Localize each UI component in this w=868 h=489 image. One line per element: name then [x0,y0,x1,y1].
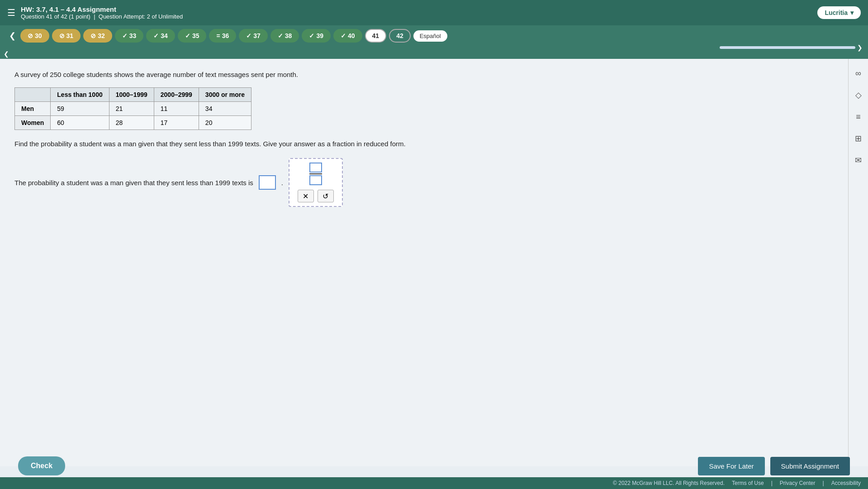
footer: © 2022 McGraw Hill LLC. All Rights Reser… [0,477,868,489]
footer-terms-link[interactable]: Terms of Use [732,480,764,486]
question-area: A survey of 250 college students shows t… [0,59,848,466]
nav-label-39: 39 [316,32,323,39]
nav-item-30[interactable]: ⊘ 30 [20,29,49,43]
list-tool[interactable]: ≡ [851,110,866,124]
fraction-divider [309,173,322,174]
grid-tool[interactable]: ⊞ [851,131,866,146]
table-cell-women-1000: 28 [109,115,154,129]
nav-item-38[interactable]: ✓ 38 [270,29,299,43]
save-for-later-button[interactable]: Save For Later [698,457,764,475]
question-info: Question 41 of 42 (1 point) | Question A… [21,13,183,20]
table-header-blank [15,87,51,101]
table-cell-women-2000: 17 [154,115,199,129]
footer-accessibility-link[interactable]: Accessibility [831,480,861,486]
nav-icon-30: ⊘ [28,32,33,39]
nav-item-39[interactable]: ✓ 39 [302,29,331,43]
collapse-arrow-icon[interactable]: ❮ [4,50,9,58]
footer-copyright: © 2022 McGraw Hill LLC. All Rights Reser… [613,480,725,486]
fraction-actions: ✕ ↺ [298,190,334,202]
nav-icon-39: ✓ [309,32,314,39]
table-cell-men-3000: 34 [199,101,251,115]
nav-bar: ❮ ⊘ 30 ⊘ 31 ⊘ 32 ✓ 33 ✓ 34 ✓ 35 = 36 ✓ 3… [0,25,868,46]
nav-item-35[interactable]: ✓ 35 [178,29,207,43]
close-icon: ✕ [303,192,308,201]
table-header-3000more: 3000 or more [199,87,251,101]
side-tools: ∞ ◇ ≡ ⊞ ✉ [848,59,868,466]
table-row-men: Men 59 21 11 34 [15,101,251,115]
nav-item-33[interactable]: ✓ 33 [115,29,144,43]
nav-icon-33: ✓ [122,32,128,39]
fraction-denominator-input[interactable] [309,175,322,185]
answer-input[interactable] [259,175,276,190]
nav-label-38: 38 [285,32,292,39]
nav-icon-35: ✓ [185,32,190,39]
nav-icon-40: ✓ [341,32,346,39]
footer-separator: | [771,480,773,486]
table-cell-men-lt1000: 59 [51,101,109,115]
check-button[interactable]: Check [18,456,65,475]
nav-label-33: 33 [129,32,137,39]
footer-privacy-link[interactable]: Privacy Center [780,480,816,486]
question-count: Question 41 of 42 (1 point) [21,13,90,20]
nav-label-31: 31 [66,32,74,39]
table-cell-women-lt1000: 60 [51,115,109,129]
fraction-close-button[interactable]: ✕ [298,190,314,202]
question-prompt: A survey of 250 college students shows t… [14,70,834,80]
nav-item-32[interactable]: ⊘ 32 [83,29,112,43]
scroll-right-arrow[interactable]: ❯ [855,43,864,52]
header-title: HW: 3.7, 4.1 – 4.4 Assignment Question 4… [21,5,183,20]
table-cell-men-label: Men [15,101,51,115]
nav-icon-38: ✓ [278,32,283,39]
fraction-symbol [309,163,322,185]
find-probability-text: Find the probability a student was a man… [14,139,834,149]
nav-icon-32: ⊘ [90,32,96,39]
nav-left-arrow[interactable]: ❮ [7,29,18,43]
fraction-numerator-input[interactable] [309,163,322,173]
answer-suffix-text: . [281,179,283,187]
fraction-reset-button[interactable]: ↺ [318,190,334,202]
table-header-1000-1999: 1000–1999 [109,87,154,101]
data-table: Less than 1000 1000–1999 2000–2999 3000 … [14,87,251,130]
table-cell-women-label: Women [15,115,51,129]
hw-label: HW: 3.7, 4.1 – 4.4 Assignment [21,5,183,13]
nav-icon-34: ✓ [153,32,159,39]
main-content: A survey of 250 college students shows t… [0,59,868,466]
nav-item-37[interactable]: ✓ 37 [239,29,268,43]
header: ☰ HW: 3.7, 4.1 – 4.4 Assignment Question… [0,0,868,25]
table-header-2000-2999: 2000–2999 [154,87,199,101]
user-label: Lucritia [825,9,848,16]
nav-label-40: 40 [348,32,355,39]
footer-separator2: | [823,480,824,486]
nav-item-42[interactable]: 42 [389,29,411,43]
right-buttons: Save For Later Submit Assignment [698,457,850,475]
diamond-tool[interactable]: ◇ [851,88,866,102]
nav-label-32: 32 [98,32,105,39]
nav-label-37: 37 [253,32,261,39]
nav-item-36[interactable]: = 36 [209,29,236,43]
scroll-bar[interactable] [720,46,855,49]
envelope-tool[interactable]: ✉ [851,153,866,168]
nav-icon-37: ✓ [246,32,251,39]
nav-item-41[interactable]: 41 [365,29,387,43]
nav-label-30: 30 [35,32,42,39]
table-header-lt1000: Less than 1000 [51,87,109,101]
nav-icon-31: ⊘ [59,32,65,39]
nav-item-40[interactable]: ✓ 40 [333,29,362,43]
user-dropdown-icon: ▾ [850,9,854,16]
nav-label-35: 35 [192,32,199,39]
table-cell-women-3000: 20 [199,115,251,129]
nav-label-41: 41 [372,32,379,39]
nav-label-42: 42 [396,32,403,39]
user-button[interactable]: Lucritia ▾ [817,6,861,19]
header-left: ☰ HW: 3.7, 4.1 – 4.4 Assignment Question… [7,5,183,20]
nav-icon-36: = [216,32,220,39]
nav-label-36: 36 [222,32,229,39]
collapse-bar: ❮ [0,49,868,59]
hamburger-icon[interactable]: ☰ [7,7,15,18]
infinity-tool[interactable]: ∞ [851,66,866,81]
question-attempt: Question Attempt: 2 of Unlimited [99,13,183,20]
submit-assignment-button[interactable]: Submit Assignment [770,457,850,475]
espanol-button[interactable]: Español [413,30,447,42]
nav-item-31[interactable]: ⊘ 31 [52,29,81,43]
nav-item-34[interactable]: ✓ 34 [146,29,175,43]
